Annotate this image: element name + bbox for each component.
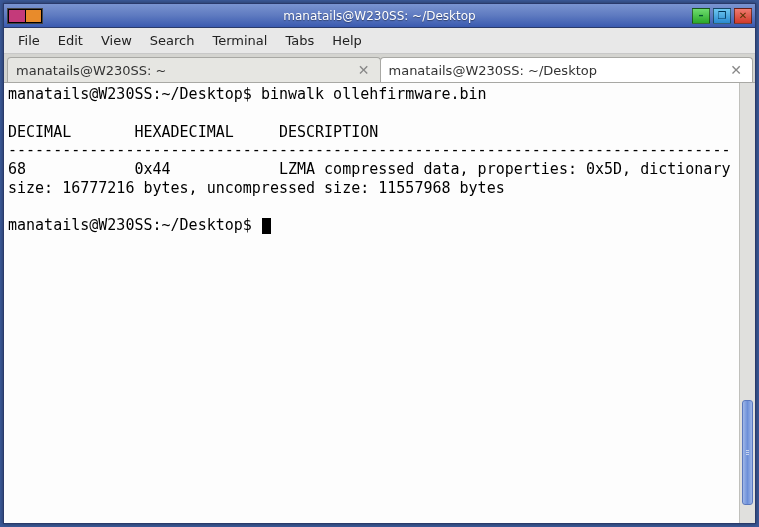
window-title: manatails@W230SS: ~/Desktop [283, 9, 475, 23]
menu-search[interactable]: Search [142, 30, 203, 51]
tab-1[interactable]: manatails@W230SS: ~ ✕ [7, 57, 381, 82]
titlebar[interactable]: manatails@W230SS: ~/Desktop – ❐ ✕ [4, 4, 755, 28]
command-text: binwalk ollehfirmware.bin [261, 85, 487, 103]
prompt: manatails@W230SS:~/Desktop$ [8, 216, 261, 234]
menu-edit[interactable]: Edit [50, 30, 91, 51]
app-icon [7, 8, 43, 24]
close-icon[interactable]: ✕ [728, 62, 744, 78]
close-button[interactable]: ✕ [734, 8, 752, 24]
menu-help[interactable]: Help [324, 30, 370, 51]
tab-label: manatails@W230SS: ~/Desktop [389, 63, 729, 78]
output-header: DECIMAL HEXADECIMAL DESCRIPTION [8, 123, 378, 141]
terminal-area: manatails@W230SS:~/Desktop$ binwalk olle… [4, 82, 755, 523]
tab-label: manatails@W230SS: ~ [16, 63, 356, 78]
tabbar: manatails@W230SS: ~ ✕ manatails@W230SS: … [4, 54, 755, 82]
menu-view[interactable]: View [93, 30, 140, 51]
output-separator: ----------------------------------------… [8, 141, 730, 159]
terminal-output[interactable]: manatails@W230SS:~/Desktop$ binwalk olle… [4, 83, 739, 523]
tab-2[interactable]: manatails@W230SS: ~/Desktop ✕ [380, 57, 754, 82]
maximize-button[interactable]: ❐ [713, 8, 731, 24]
menu-file[interactable]: File [10, 30, 48, 51]
prompt: manatails@W230SS:~/Desktop$ [8, 85, 261, 103]
window-controls: – ❐ ✕ [692, 8, 752, 24]
menu-tabs[interactable]: Tabs [277, 30, 322, 51]
minimize-button[interactable]: – [692, 8, 710, 24]
menubar: File Edit View Search Terminal Tabs Help [4, 28, 755, 54]
close-icon[interactable]: ✕ [356, 62, 372, 78]
menu-terminal[interactable]: Terminal [204, 30, 275, 51]
scroll-thumb[interactable] [742, 400, 753, 506]
output-row: 68 0x44 LZMA compressed data, properties… [8, 160, 739, 197]
scrollbar[interactable] [739, 83, 755, 523]
cursor-icon [262, 218, 271, 234]
terminal-window: manatails@W230SS: ~/Desktop – ❐ ✕ File E… [3, 3, 756, 524]
